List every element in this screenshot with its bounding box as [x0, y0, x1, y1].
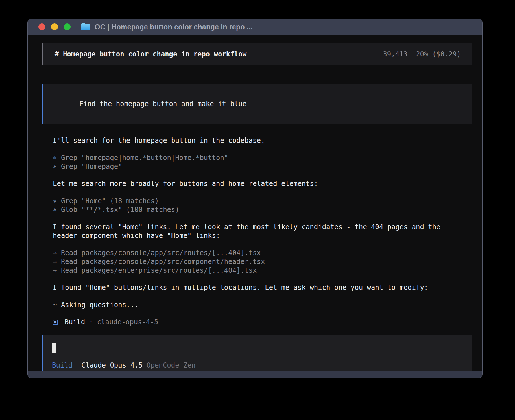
window-title: OC | Homepage button color change in rep… [95, 23, 253, 31]
window-bottom-chrome [28, 371, 482, 378]
model-provider: OpenCode Zen [147, 361, 195, 370]
assistant-text: I'll search for the homepage button in t… [53, 136, 472, 145]
close-button[interactable] [38, 23, 45, 30]
zoom-button[interactable] [64, 23, 71, 30]
assistant-text: Let me search more broadly for buttons a… [53, 180, 472, 188]
agent-name: Build [65, 318, 85, 327]
transcript-line: → Read packages/console/app/src/componen… [53, 257, 472, 266]
agent-mode-label[interactable]: Build [52, 361, 72, 370]
assistant-text: ~ Asking questions... [53, 301, 472, 309]
transcript-line: I found several "Home" links. Let me loo… [53, 223, 472, 231]
agent-status-row: Build·claude-opus-4-5 [53, 318, 472, 327]
folder-icon [81, 23, 91, 31]
transcript-line: Let me search more broadly for buttons a… [53, 180, 472, 188]
agent-build-icon [53, 320, 58, 325]
session-title: # Homepage button color change in repo w… [55, 50, 246, 59]
agent-model-id: claude-opus-4-5 [97, 318, 158, 327]
text-cursor [52, 343, 56, 353]
user-prompt: Find the homepage button and make it blu… [42, 84, 472, 124]
transcript-line: → Read packages/console/app/src/routes/[… [53, 249, 472, 257]
assistant-text: I found several "Home" links. Let me loo… [53, 223, 472, 240]
assistant-text: I found "Home" buttons/links in multiple… [53, 283, 472, 292]
dot-separator: · [89, 318, 93, 327]
window-titlebar[interactable]: OC | Homepage button color change in rep… [28, 19, 482, 35]
user-prompt-text: Find the homepage button and make it blu… [79, 100, 246, 108]
terminal-body: # Homepage button color change in repo w… [28, 35, 482, 371]
tool-call-group: ∗ Grep "homepage|home.*button|Home.*butt… [53, 154, 472, 171]
terminal-window: OC | Homepage button color change in rep… [27, 19, 483, 378]
token-count: 39,413 [383, 50, 407, 59]
transcript-line: → Read packages/enterprise/src/routes/[.… [53, 266, 472, 275]
model-name[interactable]: Claude Opus 4.5 [81, 361, 143, 370]
transcript-line: ~ Asking questions... [53, 301, 472, 309]
tool-call-group: ∗ Grep "Home" (18 matches)∗ Glob "**/*.t… [53, 197, 472, 214]
transcript-line: ∗ Glob "**/*.tsx" (100 matches) [53, 205, 472, 214]
session-header: # Homepage button color change in repo w… [42, 43, 472, 65]
assistant-transcript: I'll search for the homepage button in t… [53, 136, 472, 327]
transcript-line: header component which have "Home" links… [53, 231, 472, 240]
session-stats: 39,413 20% ($0.29) [383, 50, 466, 59]
minimize-button[interactable] [51, 23, 58, 30]
transcript-line: ∗ Grep "Home" (18 matches) [53, 197, 472, 205]
transcript-line: I'll search for the homepage button in t… [53, 136, 472, 145]
transcript-line: ∗ Grep "homepage|home.*button|Home.*butt… [53, 154, 472, 162]
tool-call-group: → Read packages/console/app/src/routes/[… [53, 249, 472, 275]
context-usage-cost: 20% ($0.29) [416, 50, 461, 59]
transcript-line: I found "Home" buttons/links in multiple… [53, 283, 472, 292]
message-input[interactable]: Build Claude Opus 4.5 OpenCode Zen [42, 335, 472, 371]
input-meta-row: Build Claude Opus 4.5 OpenCode Zen [52, 361, 466, 370]
transcript-line: ∗ Grep "Homepage" [53, 162, 472, 171]
